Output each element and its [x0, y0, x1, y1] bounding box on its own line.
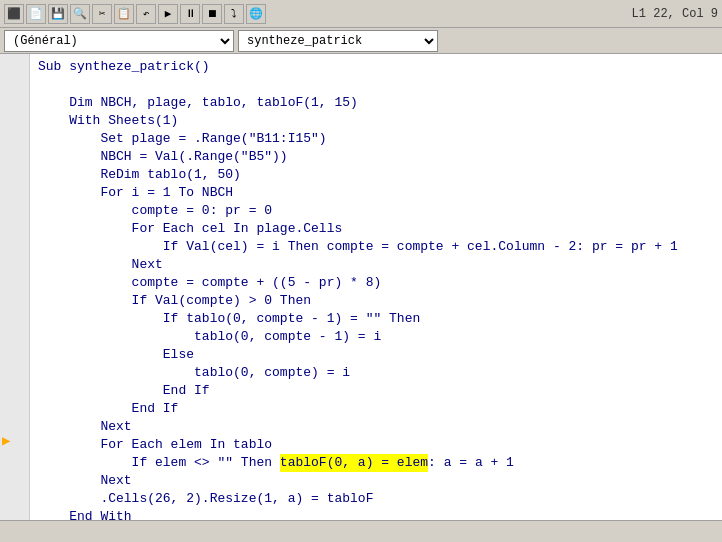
code-text: tablo(0, compte) = i — [38, 364, 350, 382]
code-text: Dim NBCH, plage, tablo, tabloF(1, 15) — [38, 94, 358, 112]
code-text: Sub syntheze_patrick() — [38, 58, 210, 76]
code-line: Next — [38, 472, 714, 490]
code-line: If tablo(0, compte - 1) = "" Then — [38, 310, 714, 328]
code-text: For i = 1 To NBCH — [38, 184, 233, 202]
code-text: End If — [38, 400, 178, 418]
code-text: Set plage = .Range("B11:I15") — [38, 130, 327, 148]
code-text: For Each cel In plage.Cells — [38, 220, 342, 238]
main-area: ▶ Sub syntheze_patrick() Dim NBCH, plage… — [0, 54, 722, 520]
toolbar-icon-7[interactable]: ↶ — [136, 4, 156, 24]
toolbar-icon-9[interactable]: ⏸ — [180, 4, 200, 24]
code-line: For Each elem In tablo — [38, 436, 714, 454]
code-text: tablo(0, compte - 1) = i — [38, 328, 381, 346]
code-text: .Cells(26, 2).Resize(1, a) = tabloF — [38, 490, 373, 508]
left-gutter: ▶ — [0, 54, 30, 520]
code-text: Next — [38, 418, 132, 436]
code-text: For Each elem In tablo — [38, 436, 272, 454]
toolbar-icon-8[interactable]: ▶ — [158, 4, 178, 24]
code-text-before: If elem <> "" Then — [38, 454, 280, 472]
code-line: Sub syntheze_patrick() — [38, 58, 714, 76]
sub-dropdown[interactable]: syntheze_patrick — [238, 30, 438, 52]
toolbar-bar: ⬛ 📄 💾 🔍 ✂ 📋 ↶ ▶ ⏸ ⏹ ⤵ 🌐 L1 22, Col 9 — [0, 0, 722, 28]
code-line: compte = 0: pr = 0 — [38, 202, 714, 220]
general-dropdown[interactable]: (Général) — [4, 30, 234, 52]
code-line: With Sheets(1) — [38, 112, 714, 130]
code-area[interactable]: Sub syntheze_patrick() Dim NBCH, plage, … — [30, 54, 722, 520]
code-line: compte = compte + ((5 - pr) * 8) — [38, 274, 714, 292]
code-line: For i = 1 To NBCH — [38, 184, 714, 202]
dropdown-bar: (Général) syntheze_patrick — [0, 28, 722, 54]
toolbar-icon-11[interactable]: ⤵ — [224, 4, 244, 24]
code-text: compte = compte + ((5 - pr) * 8) — [38, 274, 381, 292]
code-line: Else — [38, 346, 714, 364]
code-line: End If — [38, 382, 714, 400]
code-line: tablo(0, compte) = i — [38, 364, 714, 382]
code-text: Next — [38, 472, 132, 490]
code-line: Next — [38, 418, 714, 436]
toolbar-icon-4[interactable]: 🔍 — [70, 4, 90, 24]
toolbar-icon-2[interactable]: 📄 — [26, 4, 46, 24]
code-text: ReDim tablo(1, 50) — [38, 166, 241, 184]
code-text: With Sheets(1) — [38, 112, 178, 130]
code-line: End With — [38, 508, 714, 520]
status-position: L1 22, Col 9 — [632, 7, 718, 21]
code-line: For Each cel In plage.Cells — [38, 220, 714, 238]
arrow-indicator: ▶ — [2, 432, 10, 449]
code-line: If elem <> "" Then tabloF(0, a) = elem: … — [38, 454, 714, 472]
code-line: Next — [38, 256, 714, 274]
code-text: End With — [38, 508, 132, 520]
code-text-after: : a = a + 1 — [428, 454, 514, 472]
code-line — [38, 76, 714, 94]
code-line: ReDim tablo(1, 50) — [38, 166, 714, 184]
code-line: Dim NBCH, plage, tablo, tabloF(1, 15) — [38, 94, 714, 112]
code-line: If Val(cel) = i Then compte = compte + c… — [38, 238, 714, 256]
code-line: NBCH = Val(.Range("B5")) — [38, 148, 714, 166]
code-text: If Val(compte) > 0 Then — [38, 292, 311, 310]
bottom-bar — [0, 520, 722, 542]
code-text-highlight: tabloF(0, a) = elem — [280, 454, 428, 472]
code-line: Set plage = .Range("B11:I15") — [38, 130, 714, 148]
code-line: tablo(0, compte - 1) = i — [38, 328, 714, 346]
toolbar-icon-6[interactable]: 📋 — [114, 4, 134, 24]
toolbar-icon-3[interactable]: 💾 — [48, 4, 68, 24]
toolbar-icon-12[interactable]: 🌐 — [246, 4, 266, 24]
code-line: If Val(compte) > 0 Then — [38, 292, 714, 310]
code-line: .Cells(26, 2).Resize(1, a) = tabloF — [38, 490, 714, 508]
code-text: NBCH = Val(.Range("B5")) — [38, 148, 288, 166]
code-text: Else — [38, 346, 194, 364]
code-text: If tablo(0, compte - 1) = "" Then — [38, 310, 420, 328]
code-text: End If — [38, 382, 210, 400]
toolbar-icon-10[interactable]: ⏹ — [202, 4, 222, 24]
code-line: End If — [38, 400, 714, 418]
code-text: If Val(cel) = i Then compte = compte + c… — [38, 238, 678, 256]
code-text: Next — [38, 256, 163, 274]
code-text: compte = 0: pr = 0 — [38, 202, 272, 220]
toolbar-icon-1[interactable]: ⬛ — [4, 4, 24, 24]
toolbar-icon-5[interactable]: ✂ — [92, 4, 112, 24]
